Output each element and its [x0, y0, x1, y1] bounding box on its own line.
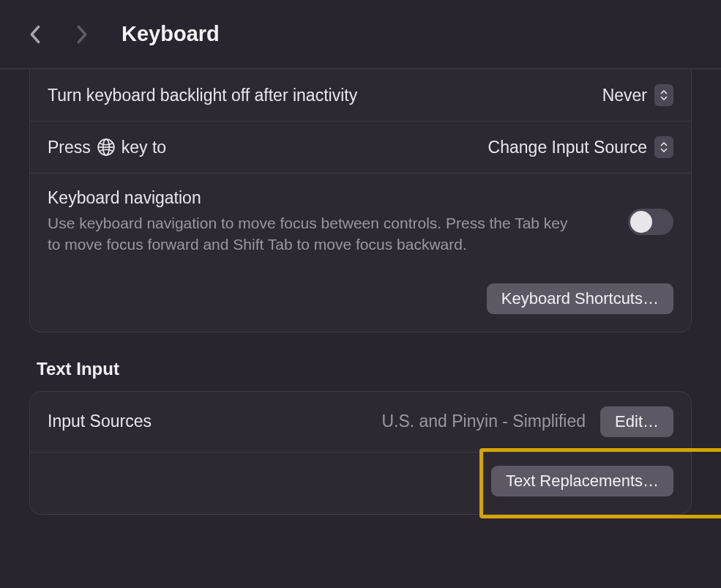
keyboard-navigation-row: Keyboard navigation Use keyboard navigat…: [30, 174, 691, 270]
text-input-panel: Input Sources U.S. and Pinyin - Simplifi…: [29, 391, 692, 515]
keyboard-settings-panel: Turn keyboard backlight off after inacti…: [29, 70, 692, 332]
text-input-section-title: Text Input: [37, 359, 692, 379]
keyboard-navigation-toggle[interactable]: [628, 209, 673, 235]
globe-icon: [97, 138, 116, 157]
updown-icon: [654, 84, 673, 106]
globekey-label-prefix: Press: [48, 138, 91, 157]
globekey-label: Press key to: [48, 138, 166, 157]
globekey-value: Change Input Source: [488, 138, 647, 157]
globekey-row: Press key to Change Input Source: [30, 122, 691, 174]
backlight-select[interactable]: Never: [602, 84, 673, 106]
input-sources-row: Input Sources U.S. and Pinyin - Simplifi…: [30, 392, 691, 453]
backlight-row: Turn keyboard backlight off after inacti…: [30, 70, 691, 122]
back-button[interactable]: [22, 21, 48, 48]
input-sources-label: Input Sources: [48, 412, 152, 431]
backlight-label: Turn keyboard backlight off after inacti…: [48, 86, 357, 105]
backlight-value: Never: [602, 86, 647, 105]
globekey-select[interactable]: Change Input Source: [488, 136, 673, 158]
text-replacements-row: Text Replacements…: [30, 453, 691, 514]
input-sources-value: U.S. and Pinyin - Simplified: [381, 412, 586, 431]
keyboard-shortcuts-button[interactable]: Keyboard Shortcuts…: [487, 283, 673, 314]
toggle-knob: [630, 211, 652, 233]
header-bar: Keyboard: [0, 0, 721, 70]
forward-button[interactable]: [69, 21, 95, 48]
text-replacements-button[interactable]: Text Replacements…: [491, 466, 673, 496]
page-title: Keyboard: [122, 22, 220, 46]
keyboard-navigation-description: Use keyboard navigation to move focus be…: [48, 212, 575, 256]
shortcuts-button-row: Keyboard Shortcuts…: [30, 270, 691, 332]
edit-input-sources-button[interactable]: Edit…: [600, 406, 673, 437]
keyboard-navigation-label: Keyboard navigation: [48, 188, 616, 208]
updown-icon: [654, 136, 673, 158]
globekey-label-suffix: key to: [122, 138, 166, 157]
